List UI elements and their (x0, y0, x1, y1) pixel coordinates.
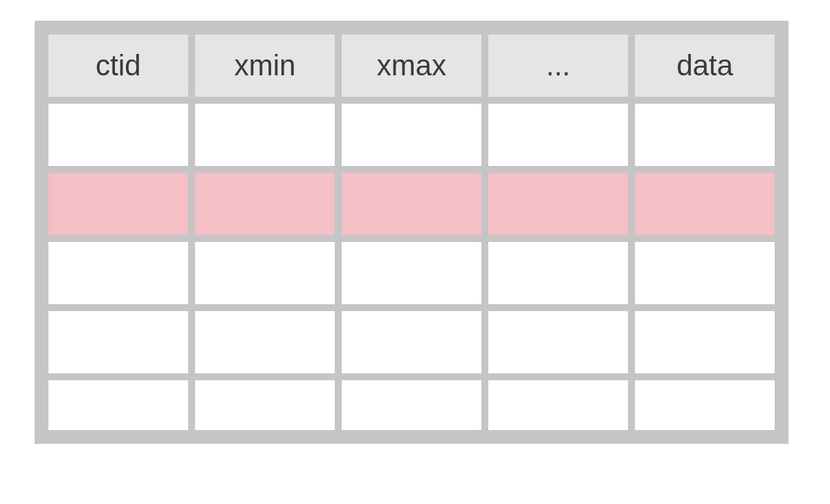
table-row (48, 242, 775, 304)
cell (48, 242, 188, 304)
cell (195, 380, 335, 430)
cell (488, 242, 628, 304)
cell (48, 380, 188, 430)
header-ctid: ctid (48, 35, 188, 97)
cell (635, 173, 775, 235)
table-row (48, 311, 775, 373)
cell (48, 104, 188, 166)
cell (48, 173, 188, 235)
cell (635, 104, 775, 166)
header-xmax: xmax (342, 35, 481, 97)
cell (195, 104, 335, 166)
cell (48, 311, 188, 373)
cell (195, 311, 335, 373)
table-body (48, 104, 775, 430)
cell (342, 104, 481, 166)
cell (195, 242, 335, 304)
cell (342, 311, 481, 373)
tuple-table: ctid xmin xmax ... data (42, 28, 782, 437)
header-ellipsis: ... (488, 35, 628, 97)
cell (488, 104, 628, 166)
cell (488, 380, 628, 430)
table-container: ctid xmin xmax ... data (35, 21, 788, 444)
table-row (48, 380, 775, 430)
cell (342, 173, 481, 235)
cell (488, 311, 628, 373)
cell (342, 242, 481, 304)
table-row (48, 104, 775, 166)
cell (488, 173, 628, 235)
header-row: ctid xmin xmax ... data (48, 35, 775, 97)
cell (635, 311, 775, 373)
cell (635, 380, 775, 430)
cell (195, 173, 335, 235)
header-data: data (635, 35, 775, 97)
cell (342, 380, 481, 430)
cell (635, 242, 775, 304)
header-xmin: xmin (195, 35, 335, 97)
table-row-highlight (48, 173, 775, 235)
